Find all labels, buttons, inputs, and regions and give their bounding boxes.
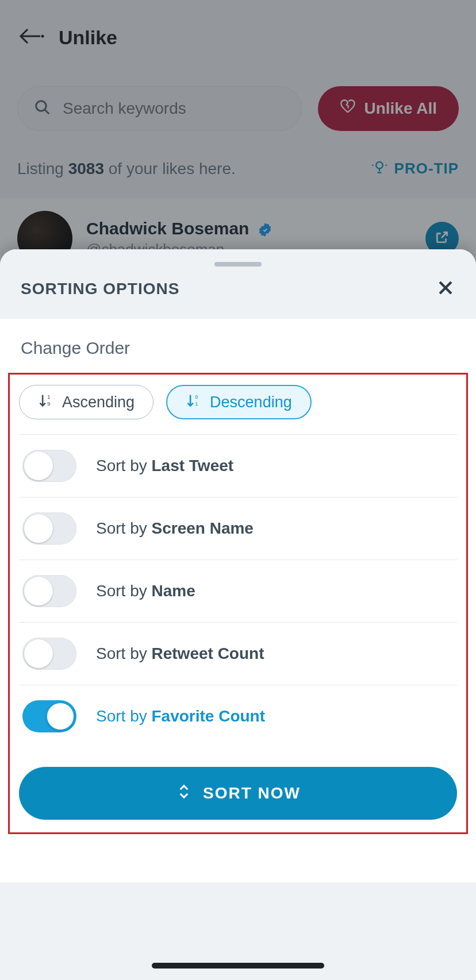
sort-label-prefix: Sort by xyxy=(96,457,151,474)
sort-label-field: Favorite Count xyxy=(151,707,265,725)
descending-chip[interactable]: 91 Descending xyxy=(166,385,312,419)
sort-row: Sort by Favorite Count xyxy=(19,685,457,747)
close-button[interactable] xyxy=(436,278,455,299)
sort-label: Sort by Retweet Count xyxy=(96,645,264,663)
svg-text:9: 9 xyxy=(47,401,50,407)
sort-icon xyxy=(175,783,193,804)
sort-row: Sort by Retweet Count xyxy=(19,623,457,685)
toggle-knob xyxy=(24,452,53,480)
ascending-chip[interactable]: 19 Ascending xyxy=(19,385,153,419)
sort-label: Sort by Last Tweet xyxy=(96,457,233,475)
svg-text:9: 9 xyxy=(195,393,198,399)
sort-label-prefix: Sort by xyxy=(96,707,151,725)
sort-desc-icon: 91 xyxy=(186,392,202,412)
sort-toggle[interactable] xyxy=(22,512,76,545)
close-icon xyxy=(436,291,455,299)
toggle-knob xyxy=(24,577,53,605)
sort-row: Sort by Name xyxy=(19,560,457,623)
sort-label-prefix: Sort by xyxy=(96,645,151,662)
sort-now-button[interactable]: SORT NOW xyxy=(19,767,457,820)
descending-label: Descending xyxy=(210,393,292,411)
sort-label: Sort by Name xyxy=(96,582,195,600)
svg-text:1: 1 xyxy=(47,393,50,399)
sort-rows: Sort by Last TweetSort by Screen NameSor… xyxy=(19,435,457,747)
sheet-header: SORTING OPTIONS xyxy=(0,249,476,319)
sort-toggle[interactable] xyxy=(22,638,76,670)
sheet-grip-handle[interactable] xyxy=(214,262,262,267)
sort-label-field: Retweet Count xyxy=(151,645,264,662)
sort-controls-highlight: 19 Ascending 91 Descending Sort by Last … xyxy=(8,373,468,834)
sort-row: Sort by Screen Name xyxy=(19,497,457,560)
change-order-label: Change Order xyxy=(0,338,476,373)
ascending-label: Ascending xyxy=(62,393,135,411)
sort-label: Sort by Screen Name xyxy=(96,519,254,538)
sort-label-field: Name xyxy=(151,582,195,600)
bottom-strip xyxy=(0,882,476,980)
sort-toggle[interactable] xyxy=(22,700,76,732)
sort-row: Sort by Last Tweet xyxy=(19,435,457,497)
sheet-body: Change Order 19 Ascending 91 Descending xyxy=(0,319,476,980)
toggle-knob xyxy=(24,639,53,668)
sorting-sheet: SORTING OPTIONS Change Order 19 Ascendin… xyxy=(0,249,476,980)
sort-toggle[interactable] xyxy=(22,450,76,482)
order-direction-chips: 19 Ascending 91 Descending xyxy=(19,385,457,419)
sort-label-field: Last Tweet xyxy=(151,457,233,474)
sort-label: Sort by Favorite Count xyxy=(96,707,265,726)
sheet-title: SORTING OPTIONS xyxy=(21,280,179,298)
toggle-knob xyxy=(46,702,75,731)
sort-label-prefix: Sort by xyxy=(96,582,151,600)
sort-label-prefix: Sort by xyxy=(96,519,151,537)
sort-now-label: SORT NOW xyxy=(203,784,301,802)
sort-toggle[interactable] xyxy=(22,575,76,607)
sort-asc-icon: 19 xyxy=(38,392,54,412)
svg-text:1: 1 xyxy=(195,401,198,407)
sort-label-field: Screen Name xyxy=(151,519,253,537)
toggle-knob xyxy=(24,514,53,543)
home-indicator[interactable] xyxy=(152,963,324,969)
